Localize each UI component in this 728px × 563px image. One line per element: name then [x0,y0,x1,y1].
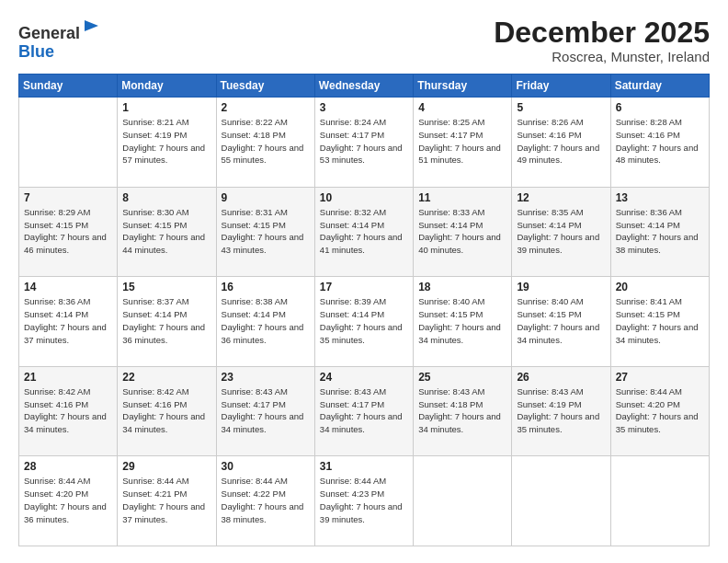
day-info: Sunrise: 8:21 AMSunset: 4:19 PMDaylight:… [122,116,210,167]
calendar-week-row: 28Sunrise: 8:44 AMSunset: 4:20 PMDayligh… [19,456,710,546]
day-number: 28 [24,460,112,473]
day-number: 11 [418,191,506,204]
day-number: 12 [517,191,605,204]
day-info: Sunrise: 8:29 AMSunset: 4:15 PMDaylight:… [24,206,112,257]
calendar-day-cell: 22Sunrise: 8:42 AMSunset: 4:16 PMDayligh… [118,366,216,456]
day-info: Sunrise: 8:43 AMSunset: 4:17 PMDaylight:… [222,385,310,436]
calendar-day-cell: 7Sunrise: 8:29 AMSunset: 4:15 PMDaylight… [19,187,118,277]
th-friday: Friday [512,75,610,98]
day-number: 3 [320,101,408,114]
calendar-day-cell: 24Sunrise: 8:43 AMSunset: 4:17 PMDayligh… [314,366,413,456]
day-number: 23 [222,371,310,384]
day-number: 17 [320,281,408,293]
month-title: December 2025 [494,17,710,49]
calendar-day-cell: 31Sunrise: 8:44 AMSunset: 4:23 PMDayligh… [314,456,413,546]
calendar-day-cell: 25Sunrise: 8:43 AMSunset: 4:18 PMDayligh… [414,366,512,456]
calendar-day-cell: 26Sunrise: 8:43 AMSunset: 4:19 PMDayligh… [512,366,610,456]
calendar-day-cell: 20Sunrise: 8:41 AMSunset: 4:15 PMDayligh… [610,277,709,367]
calendar-day-cell: 3Sunrise: 8:24 AMSunset: 4:17 PMDaylight… [314,98,413,188]
calendar-page: General Blue December 2025 Roscrea, Muns… [0,0,728,563]
th-wednesday: Wednesday [314,75,413,98]
calendar-week-row: 7Sunrise: 8:29 AMSunset: 4:15 PMDaylight… [19,187,710,277]
calendar-day-cell: 6Sunrise: 8:28 AMSunset: 4:16 PMDaylight… [610,98,709,188]
day-number: 19 [517,281,605,293]
day-number: 7 [24,191,112,204]
calendar-day-cell [512,456,610,546]
day-info: Sunrise: 8:44 AMSunset: 4:22 PMDaylight:… [222,475,310,525]
day-info: Sunrise: 8:36 AMSunset: 4:14 PMDaylight:… [24,295,112,346]
day-info: Sunrise: 8:40 AMSunset: 4:15 PMDaylight:… [517,295,605,346]
day-number: 10 [320,191,408,204]
calendar-week-row: 21Sunrise: 8:42 AMSunset: 4:16 PMDayligh… [19,366,710,456]
calendar-day-cell: 19Sunrise: 8:40 AMSunset: 4:15 PMDayligh… [512,277,610,367]
th-sunday: Sunday [19,75,118,98]
day-number: 15 [122,281,210,293]
day-info: Sunrise: 8:43 AMSunset: 4:18 PMDaylight:… [418,385,506,436]
logo-blue: Blue [18,42,54,61]
logo-text: General Blue [18,20,102,62]
calendar-day-cell: 18Sunrise: 8:40 AMSunset: 4:15 PMDayligh… [414,277,512,367]
day-number: 1 [122,101,210,114]
location-subtitle: Roscrea, Munster, Ireland [494,49,710,64]
header: General Blue December 2025 Roscrea, Muns… [18,17,710,64]
calendar-day-cell: 10Sunrise: 8:32 AMSunset: 4:14 PMDayligh… [314,187,413,277]
day-info: Sunrise: 8:39 AMSunset: 4:14 PMDaylight:… [320,295,408,346]
calendar-day-cell: 1Sunrise: 8:21 AMSunset: 4:19 PMDaylight… [118,98,216,188]
logo: General Blue [18,20,102,62]
calendar-table: Sunday Monday Tuesday Wednesday Thursday… [18,74,710,546]
calendar-day-cell: 21Sunrise: 8:42 AMSunset: 4:16 PMDayligh… [19,366,118,456]
day-info: Sunrise: 8:43 AMSunset: 4:17 PMDaylight:… [320,385,408,436]
day-info: Sunrise: 8:42 AMSunset: 4:16 PMDaylight:… [122,385,210,436]
svg-marker-0 [85,20,98,37]
day-number: 9 [222,191,310,204]
day-number: 27 [616,371,704,384]
day-number: 29 [122,460,210,473]
day-info: Sunrise: 8:22 AMSunset: 4:18 PMDaylight:… [222,116,310,167]
day-number: 18 [418,281,506,293]
th-thursday: Thursday [414,75,512,98]
day-number: 16 [222,281,310,293]
day-number: 8 [122,191,210,204]
day-info: Sunrise: 8:38 AMSunset: 4:14 PMDaylight:… [222,295,310,346]
day-number: 14 [24,281,112,293]
day-number: 4 [418,101,506,114]
day-number: 26 [517,371,605,384]
day-info: Sunrise: 8:30 AMSunset: 4:15 PMDaylight:… [122,206,210,257]
calendar-day-cell: 13Sunrise: 8:36 AMSunset: 4:14 PMDayligh… [610,187,709,277]
day-number: 31 [320,460,408,473]
day-info: Sunrise: 8:24 AMSunset: 4:17 PMDaylight:… [320,116,408,167]
calendar-day-cell: 16Sunrise: 8:38 AMSunset: 4:14 PMDayligh… [216,277,314,367]
day-info: Sunrise: 8:37 AMSunset: 4:14 PMDaylight:… [122,295,210,346]
calendar-day-cell: 14Sunrise: 8:36 AMSunset: 4:14 PMDayligh… [19,277,118,367]
calendar-week-row: 1Sunrise: 8:21 AMSunset: 4:19 PMDaylight… [19,98,710,188]
calendar-day-cell: 8Sunrise: 8:30 AMSunset: 4:15 PMDaylight… [118,187,216,277]
calendar-day-cell: 30Sunrise: 8:44 AMSunset: 4:22 PMDayligh… [216,456,314,546]
day-number: 22 [122,371,210,384]
weekday-header-row: Sunday Monday Tuesday Wednesday Thursday… [19,75,710,98]
day-info: Sunrise: 8:31 AMSunset: 4:15 PMDaylight:… [222,206,310,257]
day-info: Sunrise: 8:44 AMSunset: 4:21 PMDaylight:… [122,475,210,525]
day-info: Sunrise: 8:43 AMSunset: 4:19 PMDaylight:… [517,385,605,436]
th-tuesday: Tuesday [216,75,314,98]
day-info: Sunrise: 8:25 AMSunset: 4:17 PMDaylight:… [418,116,506,167]
calendar-day-cell: 27Sunrise: 8:44 AMSunset: 4:20 PMDayligh… [610,366,709,456]
calendar-week-row: 14Sunrise: 8:36 AMSunset: 4:14 PMDayligh… [19,277,710,367]
day-number: 5 [517,101,605,114]
calendar-day-cell [610,456,709,546]
day-info: Sunrise: 8:28 AMSunset: 4:16 PMDaylight:… [616,116,704,167]
day-number: 21 [24,371,112,384]
day-number: 25 [418,371,506,384]
calendar-day-cell: 11Sunrise: 8:33 AMSunset: 4:14 PMDayligh… [414,187,512,277]
day-info: Sunrise: 8:36 AMSunset: 4:14 PMDaylight:… [616,206,704,257]
day-info: Sunrise: 8:26 AMSunset: 4:16 PMDaylight:… [517,116,605,167]
day-number: 2 [222,101,310,114]
day-info: Sunrise: 8:40 AMSunset: 4:15 PMDaylight:… [418,295,506,346]
calendar-day-cell: 15Sunrise: 8:37 AMSunset: 4:14 PMDayligh… [118,277,216,367]
day-info: Sunrise: 8:41 AMSunset: 4:15 PMDaylight:… [616,295,704,346]
day-info: Sunrise: 8:44 AMSunset: 4:20 PMDaylight:… [616,385,704,436]
th-monday: Monday [118,75,216,98]
day-number: 13 [616,191,704,204]
day-number: 20 [616,281,704,293]
logo-general: General [18,24,80,42]
th-saturday: Saturday [610,75,709,98]
